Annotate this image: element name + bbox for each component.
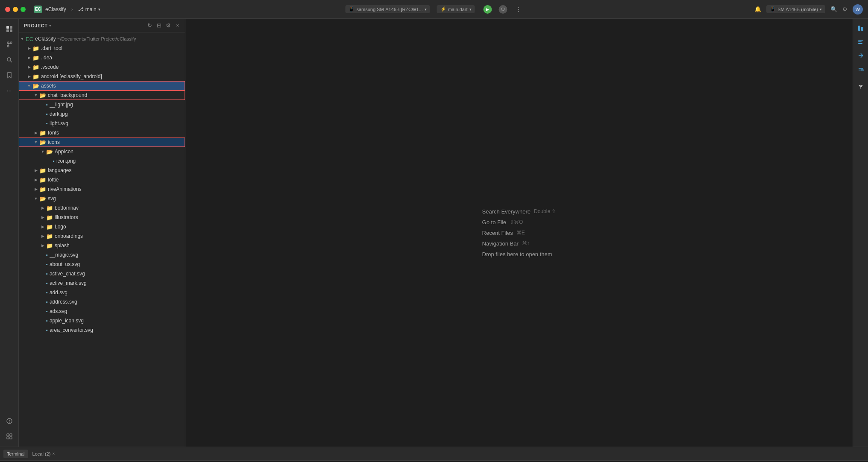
tree-item-light-jpg[interactable]: ▪ __light.jpg bbox=[19, 100, 185, 109]
tree-item-about-us-svg[interactable]: ▪ about_us.svg bbox=[19, 260, 185, 269]
titlebar-center: 📱 samsung SM-A146B [RZCW1... ▾ ⚡ main.da… bbox=[345, 5, 522, 14]
titlebar-left: EC eClassify › ⎇ main ▾ bbox=[5, 6, 100, 13]
sidebar-item-diagnostics[interactable] bbox=[3, 414, 16, 428]
search-icon[interactable]: 🔍 bbox=[830, 6, 837, 12]
maximize-button[interactable] bbox=[21, 7, 26, 12]
tree-arrow-appicon: ▼ bbox=[39, 149, 46, 154]
close-button[interactable] bbox=[5, 7, 10, 12]
device-selector[interactable]: 📱 samsung SM-A146B [RZCW1... ▾ bbox=[345, 5, 430, 13]
more-options-button[interactable]: ⋮ bbox=[514, 5, 523, 14]
collapse-button[interactable]: ⊟ bbox=[155, 22, 163, 29]
target-device-selector[interactable]: 📱 SM A146B (mobile) ▾ bbox=[766, 5, 825, 13]
tree-item-splash[interactable]: ▶ 📁 splash bbox=[19, 241, 185, 250]
svg-rect-16 bbox=[7, 437, 9, 439]
avatar[interactable]: W bbox=[853, 4, 863, 15]
tree-item-dark-jpg[interactable]: ▪ dark.jpg bbox=[19, 109, 185, 119]
tree-item-ads-svg[interactable]: ▪ ads.svg bbox=[19, 307, 185, 316]
right-rail bbox=[853, 19, 868, 447]
illustrators-label: illustrators bbox=[55, 214, 78, 220]
settings-icon[interactable]: ⚙ bbox=[842, 6, 847, 12]
notifications-icon[interactable]: 🔔 bbox=[754, 6, 761, 12]
svg-point-23 bbox=[862, 69, 863, 71]
sidebar-item-plugins[interactable] bbox=[3, 430, 16, 443]
tree-arrow-android: ▶ bbox=[26, 74, 32, 79]
right-rail-icon-2[interactable] bbox=[855, 36, 867, 48]
sidebar-item-project[interactable] bbox=[3, 22, 16, 36]
recent-files-key: ⌘E bbox=[516, 230, 525, 236]
shortcut-row-search: Search Everywhere Double ⇧ bbox=[482, 208, 556, 215]
tree-item-active-mark-svg[interactable]: ▪ active_mark.svg bbox=[19, 278, 185, 288]
svg-folder-icon: 📂 bbox=[39, 196, 46, 202]
dart-tool-label: .dart_tool bbox=[41, 45, 62, 51]
app-name[interactable]: eClassify bbox=[45, 6, 66, 12]
tree-item-assets[interactable]: ▼ 📂 assets bbox=[19, 81, 185, 91]
shortcut-row-drop-files: Drop files here to open them bbox=[482, 251, 556, 257]
tree-item-onboardings[interactable]: ▶ 📁 onboardings bbox=[19, 231, 185, 241]
tree-item-vscode[interactable]: ▶ 📁 .vscode bbox=[19, 62, 185, 72]
tree-arrow-riveanimations: ▶ bbox=[32, 187, 39, 191]
tree-item-magic-svg[interactable]: ▪ __magic.svg bbox=[19, 250, 185, 260]
tree-item-dart-tool[interactable]: ▶ 📁 .dart_tool bbox=[19, 44, 185, 53]
sidebar-item-more[interactable]: ··· bbox=[3, 84, 16, 97]
tree-item-languages[interactable]: ▶ 📁 languages bbox=[19, 166, 185, 175]
tree-item-lottie[interactable]: ▶ 📁 lottie bbox=[19, 175, 185, 184]
tree-item-icons[interactable]: ▼ 📂 icons bbox=[19, 137, 185, 147]
tree-arrow-svg: ▼ bbox=[32, 196, 39, 201]
tree-item-address-svg[interactable]: ▪ address.svg bbox=[19, 297, 185, 307]
tree-item-svg[interactable]: ▼ 📂 svg bbox=[19, 194, 185, 203]
tree-item-chat-background[interactable]: ▼ 📂 chat_background bbox=[19, 91, 185, 100]
tree-arrow-bottomnav: ▶ bbox=[39, 206, 46, 210]
svg-rect-18 bbox=[858, 26, 860, 31]
right-rail-icon-4[interactable] bbox=[855, 63, 867, 75]
svg-rect-0 bbox=[6, 26, 9, 29]
tree-item-android[interactable]: ▶ 📁 android [eclassify_android] bbox=[19, 72, 185, 81]
minimize-button[interactable] bbox=[13, 7, 18, 12]
idea-label: .idea bbox=[41, 55, 52, 61]
recent-files-label: Recent Files bbox=[482, 230, 513, 236]
tree-arrow-idea: ▶ bbox=[26, 56, 32, 60]
chat-background-label: chat_background bbox=[48, 92, 87, 98]
file-tree[interactable]: ▼ EC eClassify ~/Documents/Flutter Proje… bbox=[19, 32, 185, 447]
tree-item-logo[interactable]: ▶ 📁 Logo bbox=[19, 222, 185, 231]
terminal-tab[interactable]: Terminal bbox=[3, 450, 28, 458]
tree-item-fonts[interactable]: ▶ 📁 fonts bbox=[19, 128, 185, 137]
tree-arrow-lottie: ▶ bbox=[32, 178, 39, 182]
close-panel-button[interactable]: × bbox=[174, 22, 182, 29]
tree-arrow-vscode: ▶ bbox=[26, 65, 32, 69]
panel-title-group[interactable]: Project ▾ bbox=[24, 23, 51, 28]
terminal-local-tab[interactable]: Local (2) × bbox=[29, 450, 59, 458]
debug-button[interactable]: ⬡ bbox=[499, 5, 507, 14]
tree-item-active-chat-svg[interactable]: ▪ active_chat.svg bbox=[19, 269, 185, 278]
settings-button[interactable]: ⚙ bbox=[164, 22, 172, 29]
tree-item-add-svg[interactable]: ▪ add.svg bbox=[19, 288, 185, 297]
right-rail-icon-1[interactable] bbox=[855, 22, 867, 34]
area-convertor-svg-icon: ▪ bbox=[46, 327, 48, 333]
sidebar-item-vcs[interactable] bbox=[3, 38, 16, 51]
tree-item-root[interactable]: ▼ EC eClassify ~/Documents/Flutter Proje… bbox=[19, 34, 185, 44]
tree-item-light-svg[interactable]: ▪ light.svg bbox=[19, 119, 185, 128]
root-label: eClassify ~/Documents/Flutter Project/eC… bbox=[35, 36, 136, 42]
branch-badge[interactable]: ⎇ main ▾ bbox=[78, 6, 100, 12]
tree-item-apple-icon-svg[interactable]: ▪ apple_icon.svg bbox=[19, 316, 185, 325]
tree-item-area-convertor-svg[interactable]: ▪ area_convertor.svg bbox=[19, 325, 185, 335]
tree-arrow-logo: ▶ bbox=[39, 225, 46, 229]
onboardings-folder-icon: 📁 bbox=[46, 233, 53, 240]
dark-jpg-label: dark.jpg bbox=[50, 111, 68, 117]
dart-tool-folder-icon: 📁 bbox=[32, 45, 39, 52]
terminal-local-close[interactable]: × bbox=[52, 451, 55, 456]
sidebar-item-search[interactable] bbox=[3, 53, 16, 67]
tree-item-illustrators[interactable]: ▶ 📁 illustrators bbox=[19, 213, 185, 222]
tree-item-appicon[interactable]: ▼ 📂 AppIcon bbox=[19, 147, 185, 156]
address-svg-label: address.svg bbox=[50, 299, 77, 305]
right-rail-icon-3[interactable] bbox=[855, 50, 867, 61]
sidebar-item-bookmarks[interactable] bbox=[3, 68, 16, 82]
sync-button[interactable]: ↻ bbox=[146, 22, 153, 29]
run-button[interactable]: ▶ bbox=[484, 5, 492, 14]
run-config[interactable]: ⚡ main.dart ▾ bbox=[437, 5, 475, 13]
tree-item-idea[interactable]: ▶ 📁 .idea bbox=[19, 53, 185, 62]
assets-label: assets bbox=[41, 83, 56, 89]
tree-item-icon-png[interactable]: ▪ icon.png bbox=[19, 156, 185, 166]
tree-item-bottomnav[interactable]: ▶ 📁 bottomnav bbox=[19, 203, 185, 213]
tree-item-riveanimations[interactable]: ▶ 📁 riveAnimations bbox=[19, 184, 185, 194]
svg-point-13 bbox=[9, 422, 10, 423]
